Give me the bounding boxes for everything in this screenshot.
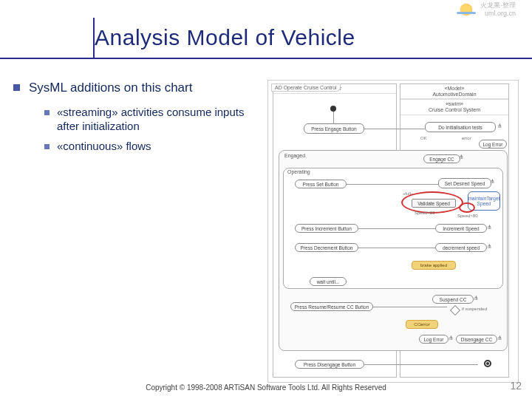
initial-node-icon (330, 106, 336, 112)
rake-icon: ⋔ (490, 178, 495, 185)
box-press-set: Press Set Button (295, 180, 347, 188)
flow-line (333, 112, 334, 123)
box-set-desired: Set Desired Speed (438, 178, 491, 188)
slide-title: Analysis Model of Vehicle (95, 25, 532, 50)
label-engaged: Engaged (284, 153, 305, 158)
highlight-ring-2 (459, 202, 475, 213)
diagram-header-tab: AD Operate Cruise Control (271, 83, 341, 92)
box-disengage: Disengage CC (456, 335, 497, 344)
final-node-icon (484, 360, 491, 367)
rake-icon: ⋔ (487, 243, 492, 250)
body: SysML additions on this chart «streaming… (0, 69, 532, 383)
bullet-level2: «continuous» flows (44, 140, 257, 154)
page-number: 12 (510, 380, 522, 392)
box-do-init: Do Initialisation tests (425, 122, 496, 132)
square-bullet-small-icon (44, 144, 50, 149)
label-speed-lt: Speed<80 (415, 211, 435, 215)
rake-icon: ⋔ (459, 154, 464, 160)
lane-title-domain: «Model» AutomotiveDomain (400, 84, 508, 99)
box-press-decrement: Press Decrement Button (295, 243, 358, 252)
flow-line (364, 364, 478, 365)
box-brake-applied: brake applied (412, 261, 456, 270)
lane-subtitle-swim: «swim» Cruise Control System (400, 99, 508, 115)
title-rule-vertical (93, 18, 95, 58)
flow-line (358, 248, 435, 248)
label-ok: OK (420, 136, 427, 140)
text-column: SysML additions on this chart «streaming… (13, 80, 257, 383)
flow-line (373, 307, 447, 307)
bullet-level2: «streaming» activities consume inputs af… (44, 106, 257, 134)
title-rule-horizontal (0, 58, 532, 59)
bullet-main-text: SysML additions on this chart (29, 80, 192, 95)
box-wait-until: wait until... (310, 277, 347, 286)
sub-bullet-1: «streaming» activities consume inputs af… (57, 106, 257, 134)
box-log-error-top: Log Error (479, 140, 507, 149)
square-bullet-small-icon (44, 110, 50, 115)
sub-bullet-2: «continuous» flows (57, 140, 151, 154)
box-decrement: decrement speed (435, 243, 487, 252)
flow-line (347, 184, 438, 185)
label-if-suspended: if suspended (462, 307, 487, 311)
rake-icon: ⋔ (474, 295, 479, 301)
copyright-text: Copyright © 1998-2008 ARTiSAN Software T… (0, 383, 532, 392)
square-bullet-icon (13, 84, 20, 91)
rake-icon: ⋔ (487, 224, 492, 231)
box-increment: Increment Speed (435, 224, 487, 233)
flow-line (358, 228, 435, 229)
box-log-error-bot: Log Error (419, 335, 449, 344)
activity-diagram: Driver «Model» AutomotiveDomain «swim» C… (267, 80, 519, 383)
label-operating: Operating (287, 169, 310, 174)
box-press-disengage: Press Disengage Button (295, 360, 364, 369)
label-speed-gt: Speed>80 (457, 214, 478, 218)
box-engage-cc: Engage CC (423, 154, 460, 163)
rake-icon: ⋔ (497, 335, 502, 341)
label-error: error (462, 136, 471, 140)
box-suspend: Suspend CC (432, 295, 474, 304)
box-press-engage: Press Engage Button (304, 123, 364, 134)
box-ccerror: CCerror (406, 320, 438, 329)
box-press-increment: Press Increment Button (295, 224, 358, 233)
box-press-resume: Press Resume/Resume CC Button (290, 302, 373, 311)
title-area: Analysis Model of Vehicle (0, 0, 532, 69)
flow-line (364, 129, 425, 129)
diagram-column: Driver «Model» AutomotiveDomain «swim» C… (267, 80, 519, 383)
bullet-level1: SysML additions on this chart (13, 80, 257, 95)
rake-icon: ⋔ (497, 123, 502, 129)
footer: Copyright © 1998-2008 ARTiSAN Software T… (0, 383, 532, 392)
rake-icon: ⋔ (449, 335, 454, 341)
